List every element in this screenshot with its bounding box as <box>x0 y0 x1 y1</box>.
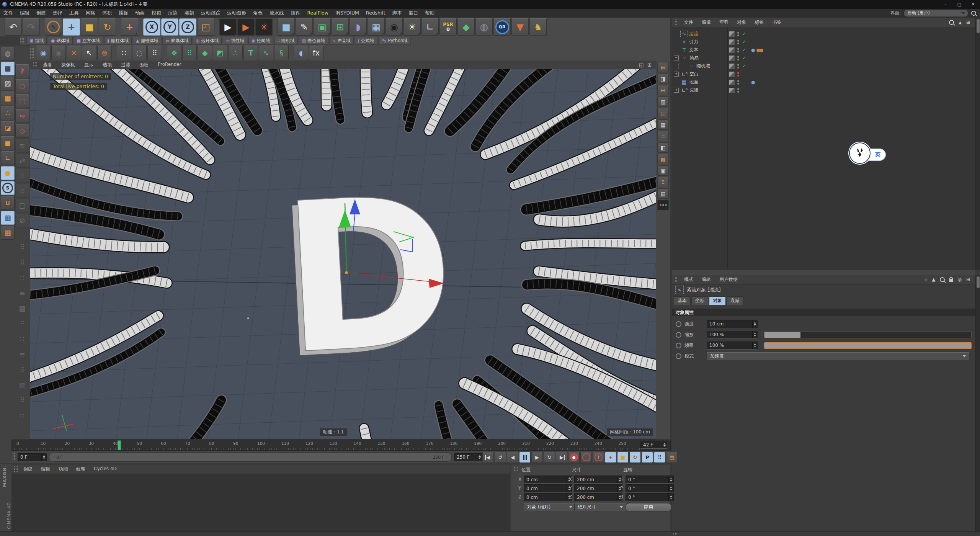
view-layout-icon-1[interactable]: ◱ <box>639 62 644 68</box>
drag-handle[interactable] <box>514 467 518 472</box>
enabled-check-icon[interactable]: ✓ <box>742 39 746 45</box>
mospline-icon[interactable]: § <box>274 46 289 60</box>
redo-button[interactable]: ↷ <box>23 18 40 36</box>
viewport-filter-icon-3[interactable]: ⊞ <box>657 85 669 95</box>
range-end-field[interactable]: 250 F <box>454 453 482 461</box>
voronoi-fracture-icon[interactable]: ◩ <box>213 46 227 60</box>
timeline-playhead[interactable] <box>118 440 121 450</box>
palette-icon-9[interactable]: ⠿ <box>15 363 29 377</box>
viewport-menu-item-面板[interactable]: 面板 <box>135 62 153 68</box>
material-menu-item-功能[interactable]: 功能 <box>54 466 72 472</box>
model-mode[interactable]: ■ <box>1 62 15 75</box>
menu-item-运动跟踪[interactable]: 运动跟踪 <box>198 10 224 16</box>
enabled-check-icon[interactable]: ✓ <box>742 31 746 37</box>
keyframe-circle-icon[interactable] <box>676 353 681 359</box>
interface-select[interactable]: 启动 (用户) <box>904 10 968 17</box>
menu-item-INSYDIUM[interactable]: INSYDIUM <box>332 10 363 16</box>
new-panel-icon[interactable]: ⊞ <box>966 277 970 282</box>
snap-toggle[interactable]: S <box>1 181 15 195</box>
stepper[interactable] <box>477 454 482 461</box>
viewport-filter-icon-5[interactable]: ◫ <box>657 108 669 118</box>
goto-start-button[interactable]: ◀ <box>482 452 494 463</box>
expand-icon[interactable]: + <box>674 72 679 77</box>
viewport-filter-icon-1[interactable]: ▤ <box>657 62 669 72</box>
field-button-径向域[interactable]: ◉径向域 <box>248 37 273 45</box>
material-menu-item-Cycles 4D[interactable]: Cycles 4D <box>90 466 121 472</box>
magnet-tool[interactable]: ∪ <box>1 196 15 210</box>
attribute-manager-scrollbar[interactable] <box>975 275 980 531</box>
object-row-空白[interactable]: +∟⁰空白 <box>672 70 975 78</box>
tool-disabled-5[interactable]: ▢ <box>15 199 29 212</box>
lock-y-axis-button[interactable]: Y <box>161 18 178 36</box>
keying-parameter-toggle[interactable]: P <box>642 452 653 463</box>
lock-icon[interactable] <box>949 279 953 282</box>
play-forward-button[interactable]: ↻ <box>544 452 555 463</box>
tracer-icon[interactable]: ∿ <box>259 46 273 60</box>
render-view-button[interactable]: ▶ <box>219 18 237 36</box>
object-row-随机域[interactable]: ∷随机域✓ <box>672 62 975 70</box>
undo-button[interactable]: ↶ <box>5 18 22 36</box>
autokey-button[interactable] <box>580 452 592 463</box>
coord-field-旋转-H[interactable]: 0 ° <box>626 476 674 484</box>
drag-handle[interactable] <box>33 62 37 67</box>
coord-field-旋转-B[interactable]: 0 ° <box>626 493 674 501</box>
menu-item-雕刻[interactable]: 雕刻 <box>181 10 198 16</box>
instance-icon[interactable]: ∴ <box>228 46 243 60</box>
object-row-文本[interactable]: T文本✓●●● <box>672 46 975 54</box>
viewport-solo-mode[interactable]: ● <box>1 166 15 180</box>
layer-toggle[interactable] <box>729 47 735 53</box>
stepper[interactable] <box>662 441 667 448</box>
object-row-简易[interactable]: −∵简易✓ <box>672 54 975 62</box>
menu-item-RealFlow[interactable]: RealFlow <box>304 10 332 16</box>
menu-item-捕捉[interactable]: 捕捉 <box>115 10 132 16</box>
previous-frame-button[interactable]: ◀ <box>507 452 518 463</box>
drag-handle[interactable] <box>675 19 678 26</box>
viewport-filter-icon-7[interactable]: ≣ <box>657 131 669 141</box>
visibility-dots[interactable] <box>737 64 739 69</box>
field-button-圆锥体域[interactable]: ▲圆锥体域 <box>133 37 161 45</box>
material-list-area[interactable] <box>11 474 510 532</box>
am-menu-item-模式[interactable]: 模式 <box>680 276 697 283</box>
add-camera-button[interactable]: ◉ <box>385 18 403 36</box>
coord-field-位置-Y[interactable]: 0 cm <box>524 484 572 492</box>
add-layer-icon[interactable]: ⊞ <box>966 20 970 25</box>
edges-mode[interactable]: ◪ <box>1 121 15 135</box>
field-button-公式域[interactable]: ƒ公式域 <box>355 37 377 45</box>
search-icon[interactable] <box>949 20 954 25</box>
menu-item-网格[interactable]: 网格 <box>82 10 99 16</box>
menu-item-模拟[interactable]: 模拟 <box>148 10 165 16</box>
visibility-dots[interactable] <box>737 88 739 93</box>
live-selection-mode[interactable]: ○ <box>15 79 29 93</box>
object-row-引力[interactable]: ✳引力✓ <box>672 38 975 46</box>
stepper[interactable] <box>752 342 757 349</box>
layer-toggle[interactable] <box>729 71 735 77</box>
coord-field-尺寸-Y[interactable]: 200 cm <box>574 484 622 492</box>
keying-pla-toggle[interactable]: ⠿ <box>654 452 665 463</box>
tool-disabled-6[interactable]: ⊘ <box>15 214 29 227</box>
circle-array-icon[interactable]: ◌ <box>132 46 147 60</box>
kill-daemon-icon[interactable]: ⊗ <box>97 46 112 60</box>
add-subdivision-surface-button[interactable]: ▣ <box>314 18 331 36</box>
volume-display-mode[interactable]: ◍ <box>1 47 15 60</box>
cloner-icon[interactable]: ❖ <box>167 46 181 60</box>
menu-item-流水线[interactable]: 流水线 <box>266 10 287 16</box>
field-button-立方体域[interactable]: ■立方体域 <box>74 37 103 45</box>
stepper[interactable] <box>41 454 46 461</box>
fracture-icon[interactable]: ◆ <box>198 46 212 60</box>
object-row-湍流[interactable]: ∿湍流✓ <box>672 30 975 38</box>
visibility-dots[interactable] <box>737 56 739 60</box>
field-button-胶囊体域[interactable]: ▭胶囊体域 <box>162 37 191 45</box>
minimize-button[interactable]: – <box>939 0 952 9</box>
layer-toggle[interactable] <box>729 55 735 61</box>
coord-field-位置-Z[interactable]: 0 cm <box>524 493 572 501</box>
display-mode-icon[interactable] <box>657 200 669 210</box>
palette-icon-1[interactable]: ⠿ <box>15 240 29 254</box>
menu-item-选择[interactable]: 选择 <box>49 10 66 16</box>
spline-path-icon[interactable]: ∷ <box>117 46 131 60</box>
search-icon[interactable] <box>971 11 976 16</box>
history-forward-icon[interactable]: ▲ <box>932 277 935 282</box>
points-mode[interactable]: ∴ <box>1 106 15 120</box>
tool-disabled-4[interactable]: ▫ <box>15 184 29 198</box>
live-selection-button[interactable]: ↖ <box>45 18 62 36</box>
viewport-filter-icon-6[interactable]: ▦ <box>657 119 669 130</box>
